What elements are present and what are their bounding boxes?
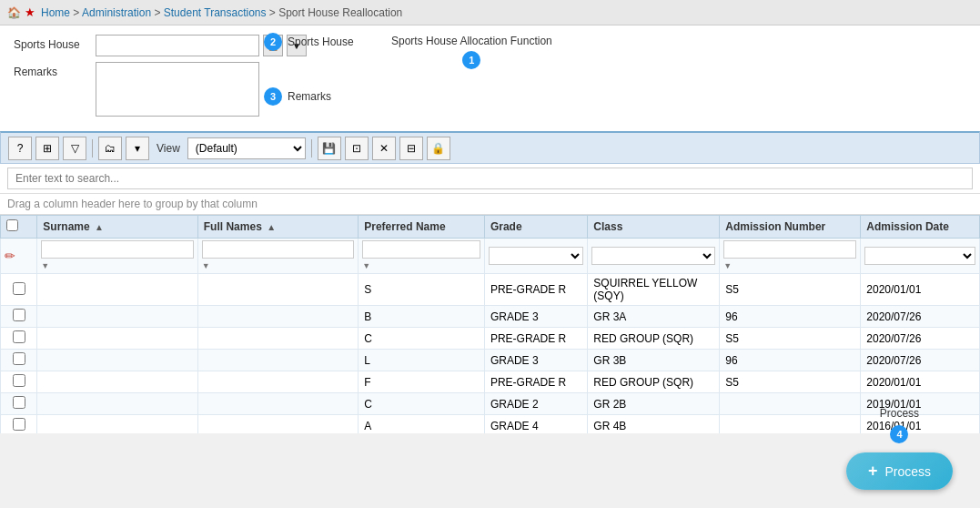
remarks-callout-text: Remarks (288, 90, 331, 103)
callout-num-4: 4 (890, 425, 908, 443)
cell-admdate: 2020/01/01 (861, 274, 980, 306)
cell-admnum: 96 (720, 306, 861, 328)
th-admnum[interactable]: Admission Number (720, 216, 861, 239)
row-checkbox[interactable] (13, 282, 25, 295)
process-button[interactable]: + Process (846, 452, 953, 490)
texas-icon: ★ (25, 5, 35, 19)
row-checkbox-cell (1, 274, 37, 306)
select-all-checkbox[interactable] (6, 219, 18, 231)
filter-fullnames-icon: ▼ (202, 261, 210, 270)
layout-btn[interactable]: 🗂 (98, 137, 122, 160)
filter-admdate-select[interactable] (864, 247, 975, 265)
filter-surname-cell: ▼ (37, 239, 197, 274)
cell-surname (37, 306, 197, 328)
filter-btn[interactable]: ▽ (63, 137, 86, 160)
close-icon: ✕ (379, 142, 389, 155)
breadcrumb-admin[interactable]: Administration (82, 6, 151, 19)
layout-dropdown-icon: ▾ (135, 142, 140, 155)
cell-preferred: A (359, 415, 485, 434)
filter-surname-input[interactable] (41, 240, 193, 259)
filter-class-cell (588, 239, 720, 274)
breadcrumb-home[interactable]: Home (41, 6, 70, 19)
cell-class: GR 4B (588, 415, 720, 434)
cell-fullnames (197, 328, 358, 350)
cell-admnum: S5 (720, 274, 861, 306)
process-button-label: Process (884, 464, 931, 479)
breadcrumb-student-transactions[interactable]: Student Transactions (164, 6, 267, 19)
cell-admnum (720, 415, 861, 434)
filter-grade-select[interactable] (489, 247, 583, 265)
cell-fullnames (197, 350, 358, 371)
home-icon[interactable]: 🏠 (7, 6, 21, 19)
row-checkbox-cell (1, 393, 37, 415)
cell-admdate: 2020/07/26 (861, 350, 980, 371)
lock-btn[interactable]: 🔒 (427, 137, 450, 160)
filter-admnum-icon: ▼ (723, 261, 732, 270)
table-container[interactable]: Surname ▲ Full Names ▲ Preferred Name Gr… (0, 215, 980, 433)
th-grade[interactable]: Grade (484, 216, 587, 239)
cell-class: RED GROUP (SQR) (588, 328, 720, 350)
row-checkbox[interactable] (13, 330, 25, 343)
th-surname[interactable]: Surname ▲ (37, 216, 197, 239)
table-row: F PRE-GRADE R RED GROUP (SQR) S5 2020/01… (1, 371, 980, 393)
grid-btn[interactable]: ⊞ (35, 137, 59, 160)
cell-admdate: 2020/07/26 (861, 328, 980, 350)
filter-fullnames-cell: ▼ (197, 239, 358, 274)
table-row: S PRE-GRADE R SQUIRREL YELLOW (SQY) S5 2… (1, 274, 980, 306)
th-preferred[interactable]: Preferred Name (359, 216, 485, 239)
allocation-title: Sports House Allocation Function (391, 35, 552, 47)
filter-icon: ▽ (71, 142, 79, 155)
save-btn[interactable]: 💾 (318, 137, 341, 160)
process-area: Process 4 + Process (846, 452, 953, 490)
collapse-btn[interactable]: ⊟ (399, 137, 423, 160)
filter-fullnames-input[interactable] (202, 240, 354, 259)
cell-surname (37, 393, 197, 415)
table-row: C GRADE 2 GR 2B 2019/01/01 (1, 393, 980, 415)
cell-admnum (720, 393, 861, 415)
cell-class: GR 2B (588, 393, 720, 415)
row-checkbox-cell (1, 350, 37, 371)
th-class[interactable]: Class (588, 216, 720, 239)
filter-admnum-input[interactable] (723, 240, 856, 259)
grid-icon: ⊞ (43, 142, 52, 155)
breadcrumb-current: Sport House Reallocation (278, 6, 402, 19)
cell-fullnames (197, 393, 358, 415)
filter-edit-cell: ✏ (1, 239, 37, 274)
layout-dropdown-btn[interactable]: ▾ (126, 137, 149, 160)
remarks-callout: 3 Remarks (264, 87, 331, 106)
table-row: C PRE-GRADE R RED GROUP (SQR) S5 2020/07… (1, 328, 980, 350)
expand-btn[interactable]: ⊡ (345, 137, 369, 160)
cell-grade: PRE-GRADE R (484, 328, 587, 350)
filter-preferred-cell: ▼ (359, 239, 485, 274)
filter-preferred-icon: ▼ (362, 261, 370, 270)
row-checkbox[interactable] (13, 374, 25, 387)
form-area: Sports House 📋 ▼ Remarks 2 Sports House … (0, 25, 980, 131)
cell-surname (37, 350, 197, 371)
row-checkbox[interactable] (13, 352, 25, 365)
sports-house-input[interactable] (96, 35, 259, 56)
layout-icon: 🗂 (105, 142, 116, 155)
cell-grade: GRADE 2 (484, 393, 587, 415)
filter-admdate-cell (861, 239, 980, 274)
cell-grade: PRE-GRADE R (484, 274, 587, 306)
th-admdate[interactable]: Admission Date (861, 216, 980, 239)
row-checkbox[interactable] (13, 396, 25, 409)
row-checkbox[interactable] (13, 418, 25, 431)
cell-class: SQUIRREL YELLOW (SQY) (588, 274, 720, 306)
cell-fullnames (197, 415, 358, 434)
cell-surname (37, 274, 197, 306)
filter-preferred-input[interactable] (362, 240, 480, 259)
edit-icon[interactable]: ✏ (5, 249, 15, 263)
row-checkbox[interactable] (13, 309, 25, 321)
table-row: B GRADE 3 GR 3A 96 2020/07/26 (1, 306, 980, 328)
cell-fullnames (197, 371, 358, 393)
help-btn[interactable]: ? (8, 137, 32, 160)
th-fullnames[interactable]: Full Names ▲ (197, 216, 358, 239)
search-input[interactable] (7, 168, 973, 189)
nav-icons: 🏠 ★ (7, 5, 35, 19)
view-select[interactable]: (Default) (187, 137, 306, 159)
filter-class-select[interactable] (591, 247, 715, 265)
close-btn[interactable]: ✕ (372, 137, 396, 160)
callout-num-1: 1 (462, 51, 480, 69)
remarks-input[interactable] (96, 62, 259, 117)
